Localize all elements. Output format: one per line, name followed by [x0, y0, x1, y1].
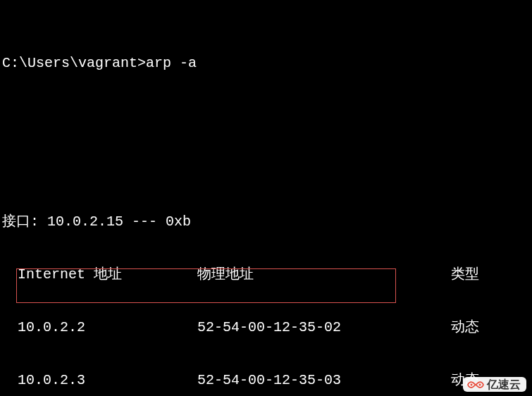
- arp-entry: 10.0.2.3 52-54-00-12-35-03 动态: [0, 371, 532, 389]
- entry-ip: 10.0.2.3: [18, 371, 197, 389]
- header-physical: 物理地址: [197, 266, 451, 283]
- command-text: C:\Users\vagrant>arp -a: [2, 54, 197, 72]
- entry-type: 动态: [451, 318, 479, 336]
- interface-header: 接口: 10.0.2.15 --- 0xb: [0, 213, 532, 230]
- svg-point-1: [479, 384, 481, 386]
- entry-mac: 52-54-00-12-35-02: [197, 318, 451, 336]
- header-internet: Internet 地址: [18, 266, 197, 283]
- entry-ip: 10.0.2.2: [18, 318, 197, 336]
- watermark-logo: 亿速云: [463, 377, 526, 392]
- blank-line: [0, 125, 532, 142]
- column-headers: Internet 地址 物理地址 类型: [0, 266, 532, 283]
- svg-point-0: [471, 384, 473, 386]
- interface-label: 接口: 10.0.2.15 --- 0xb: [2, 213, 191, 230]
- header-type: 类型: [451, 266, 479, 283]
- arp-entry: 10.0.2.2 52-54-00-12-35-02 动态: [0, 318, 532, 336]
- watermark-text: 亿速云: [487, 379, 521, 390]
- infinity-icon: [467, 379, 484, 390]
- command-prompt-line: C:\Users\vagrant>arp -a: [0, 54, 532, 72]
- entry-mac: 52-54-00-12-35-03: [197, 371, 451, 389]
- terminal-output: C:\Users\vagrant>arp -a 接口: 10.0.2.15 --…: [0, 1, 532, 396]
